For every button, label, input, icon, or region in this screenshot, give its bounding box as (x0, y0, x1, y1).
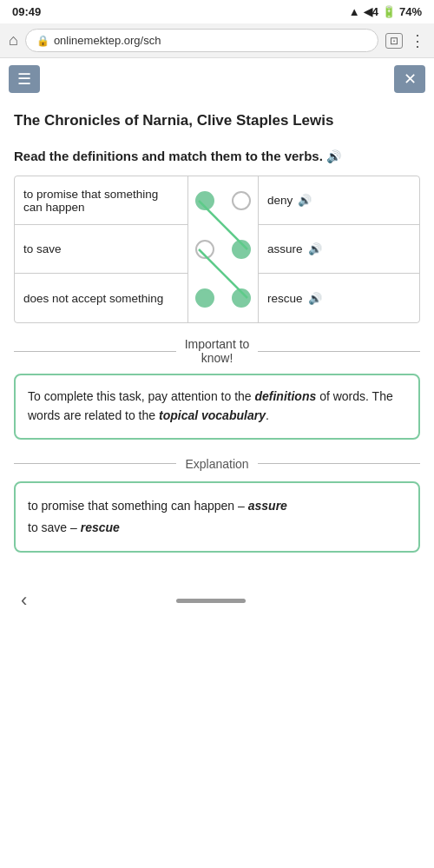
info-box: To complete this task, pay attention to … (14, 374, 420, 439)
task-instruction-text: Read the definitions and match them to t… (14, 149, 323, 163)
important-to-know-label: Important toknow! (185, 337, 250, 365)
status-bar: 09:49 ▲ ◀4 🔋 74% (0, 0, 434, 23)
lock-icon: 🔒 (36, 35, 49, 47)
verb-speaker-3[interactable]: 🔊 (308, 292, 322, 305)
circles-column (188, 176, 258, 322)
browser-bar: ⌂ 🔒 onlinemektep.org/sch ⊡ ⋮ (0, 23, 434, 58)
definition-text-2: to save (23, 242, 62, 255)
close-button[interactable]: ✕ (394, 65, 425, 93)
verb-item-2: assure 🔊 (259, 225, 419, 274)
info-box-text-end: . (266, 408, 269, 422)
verbs-column: deny 🔊 assure 🔊 rescue 🔊 (258, 176, 419, 322)
status-icons: ▲ ◀4 🔋 74% (349, 5, 422, 18)
explanation-def-2: to save (28, 520, 67, 534)
right-circle-2[interactable] (232, 240, 251, 259)
left-circle-3[interactable] (195, 288, 214, 308)
left-circle-1[interactable] (195, 191, 214, 210)
explanation-box: to promise that something can happen – a… (14, 481, 420, 553)
divider-line-right (258, 351, 420, 352)
book-title: The Chronicles of Narnia, Clive Staples … (14, 110, 420, 131)
important-divider-section: Important toknow! (14, 337, 420, 365)
right-circle-3[interactable] (232, 288, 251, 308)
explanation-answer-2: rescue (81, 520, 120, 534)
status-time: 09:49 (12, 5, 41, 18)
task-instruction: Read the definitions and match them to t… (14, 147, 420, 166)
left-circle-2[interactable] (195, 240, 214, 259)
info-box-text-start: To complete this task, pay attention to … (28, 389, 254, 403)
more-icon[interactable]: ⋮ (410, 31, 425, 50)
divider-line-left (14, 351, 176, 352)
home-icon[interactable]: ⌂ (9, 31, 18, 50)
explanation-label: Explanation (185, 457, 248, 471)
browser-actions: ⊡ ⋮ (385, 31, 425, 50)
app-bar: ☰ ✕ (0, 58, 434, 100)
verb-speaker-2[interactable]: 🔊 (308, 242, 322, 255)
back-button[interactable]: ‹ (21, 589, 27, 612)
explanation-dash-2: – (70, 520, 81, 534)
info-box-italic2: topical vocabulary (159, 408, 266, 422)
definition-text-1: to promise that something can happen (23, 188, 179, 214)
battery-level: 74% (399, 5, 422, 18)
definition-text-3: does not accept something (23, 292, 163, 305)
explanation-line-left (14, 463, 176, 464)
wifi-icon: ◀4 (364, 5, 378, 18)
url-text: onlinemektep.org/sch (54, 34, 161, 47)
explanation-line-right (258, 463, 420, 464)
matching-exercise: to promise that something can happen to … (14, 176, 420, 323)
right-circle-1[interactable] (232, 191, 251, 210)
explanation-divider: Explanation (14, 457, 420, 471)
bottom-nav: ‹ (0, 580, 434, 626)
explanation-def-1: to promise that something can happen (28, 499, 234, 513)
explanation-dash-1: – (238, 499, 248, 513)
explanation-line-2: to save – rescue (28, 517, 406, 539)
verb-text-2: assure (267, 242, 303, 255)
definition-item-1: to promise that something can happen (15, 176, 187, 225)
verb-speaker-1[interactable]: 🔊 (298, 194, 312, 207)
explanation-line-1: to promise that something can happen – a… (28, 495, 406, 517)
home-bar (176, 599, 246, 603)
info-box-italic1: definitions (254, 389, 316, 403)
menu-button[interactable]: ☰ (9, 65, 40, 93)
battery-icon: 🔋 (382, 5, 396, 18)
signal-icon: ▲ (349, 5, 360, 18)
main-content: The Chronicles of Narnia, Clive Staples … (0, 100, 434, 563)
definition-item-2: to save (15, 225, 187, 274)
explanation-answer-1: assure (248, 499, 287, 513)
task-speaker-icon[interactable]: 🔊 (326, 149, 341, 166)
verb-text-3: rescue (267, 292, 303, 305)
verb-text-1: deny (267, 194, 293, 207)
url-bar[interactable]: 🔒 onlinemektep.org/sch (25, 29, 378, 52)
verb-item-1: deny 🔊 (259, 176, 419, 225)
definitions-column: to promise that something can happen to … (15, 176, 188, 322)
tab-icon[interactable]: ⊡ (385, 33, 403, 49)
definition-item-3: does not accept something (15, 274, 187, 322)
verb-item-3: rescue 🔊 (259, 274, 419, 322)
